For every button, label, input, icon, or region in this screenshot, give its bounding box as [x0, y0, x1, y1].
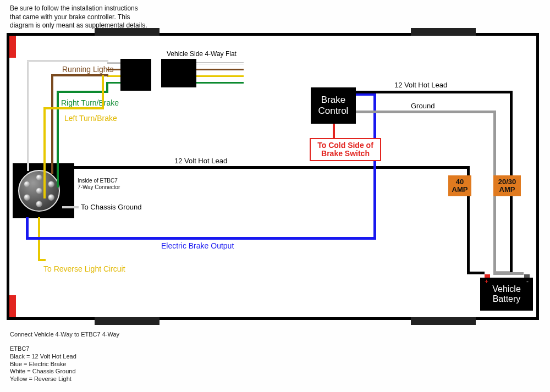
pin-bottom	[36, 201, 42, 207]
footer-connect: Connect Vehicle 4-Way to ETBC7 4-Way	[10, 331, 119, 339]
left-turn-brake-label: Left Turn/Brake	[64, 114, 117, 123]
amp-40-box: 40 AMP	[448, 175, 471, 196]
vehicle-4way-yellow	[196, 75, 244, 77]
legend-black: Black = 12 Volt Hot Lead	[10, 353, 76, 361]
wheel-tab-bottom-rear	[411, 317, 476, 325]
vehicle-4way-brown	[196, 69, 244, 70]
wire-blue-drop	[26, 217, 29, 239]
wire-green-up	[106, 82, 108, 93]
wire-ground-horiz	[356, 111, 496, 113]
vehicle-4way-block	[161, 59, 196, 87]
pin-tl	[24, 181, 30, 187]
wheel-tab-top-rear	[411, 28, 476, 36]
battery-minus: -	[526, 278, 529, 285]
amp-40-text: 40 AMP	[452, 178, 468, 194]
wire-12v-top-horiz	[356, 91, 512, 93]
pin-tr	[48, 181, 54, 187]
wire-brown-vert	[51, 74, 53, 174]
instructions-block: Be sure to follow the installation instr…	[10, 4, 147, 30]
instructions-line2: that came with your brake controller. Th…	[10, 13, 147, 22]
wire-green-vert	[57, 91, 59, 187]
cold-side-l2: Brake Switch	[321, 149, 370, 158]
pin-bl	[24, 194, 30, 201]
legend-white: White = Chassis Ground	[10, 368, 76, 376]
inside-connector-l2: 7-Way Connector	[78, 184, 120, 190]
etbc7-4way-block	[120, 59, 151, 91]
brake-control-box: Brake Control	[311, 87, 356, 124]
instructions-line1: Be sure to follow the installation instr…	[10, 4, 147, 13]
ground-label: Ground	[411, 102, 435, 110]
legend-blue: Blue = Electric Brake	[10, 361, 76, 368]
etbc7-4way-white	[107, 62, 120, 64]
pin-br	[48, 194, 54, 201]
wire-yellow-lt-horiz	[43, 107, 104, 109]
wheel-tab-top-front	[95, 28, 160, 36]
wire-ground-tobatt	[493, 272, 524, 275]
etbc7-4way-green	[107, 82, 120, 84]
vehicle-side-4way-label: Vehicle Side 4-Way Flat	[167, 50, 237, 58]
legend-title: ETBC7	[10, 345, 76, 353]
battery-plus: +	[485, 278, 488, 285]
wire-chassis-ground	[62, 206, 79, 208]
right-turn-brake-label: Right Turn/Brake	[61, 98, 119, 107]
inside-connector-l1: Inside of ETBC7	[78, 178, 118, 184]
wire-green-horiz	[57, 91, 108, 93]
wire-brown-horiz	[51, 74, 108, 76]
hot-lead-top-label: 12 Volt Hot Lead	[394, 81, 447, 89]
brake-control-text: Brake Control	[318, 95, 349, 116]
wire-blue-vert	[373, 93, 376, 240]
legend-yellow: Yellow = Reverse Light	[10, 376, 76, 383]
wire-yellow-lt-up	[102, 75, 104, 109]
frame-accent-bottom-left	[9, 295, 16, 317]
vehicle-4way-white	[196, 62, 244, 64]
wheel-tab-bottom-front	[95, 317, 160, 325]
cold-side-box: To Cold Side of Brake Switch	[310, 138, 381, 161]
vehicle-4way-green	[196, 82, 244, 84]
vehicle-battery-text: Vehicle Battery	[492, 284, 521, 305]
etbc7-4way-yellow	[107, 75, 120, 77]
wire-12v-left-horiz	[74, 166, 469, 169]
running-lights-label: Running Lights	[62, 65, 113, 74]
wire-reverse-horiz	[38, 259, 46, 261]
wire-white-vert	[27, 60, 29, 171]
wire-blue-horiz	[26, 237, 376, 240]
to-reverse-light-label: To Reverse Light Circuit	[43, 264, 125, 273]
wire-yellow-lt-vert	[43, 107, 46, 198]
wire-12v-left-tobatt	[467, 272, 485, 274]
electric-brake-output-label: Electric Brake Output	[161, 241, 234, 250]
wire-red-bc-to-cold	[333, 124, 335, 138]
to-chassis-ground-label: To Chassis Ground	[81, 203, 142, 211]
wire-white-horiz	[27, 60, 108, 62]
vehicle-frame: Inside of ETBC7 7-Way Connector Vehicle …	[7, 33, 539, 320]
frame-accent-top-left	[9, 36, 16, 58]
cold-side-l1: To Cold Side of	[317, 141, 373, 150]
pin-top	[36, 174, 42, 181]
amp-2030-box: 20/30 AMP	[493, 175, 521, 196]
hot-lead-left-label: 12 Volt Hot Lead	[174, 157, 227, 165]
etbc7-7way-ring	[18, 170, 60, 212]
amp-2030-text: 20/30 AMP	[498, 178, 516, 194]
pin-center	[36, 187, 42, 194]
